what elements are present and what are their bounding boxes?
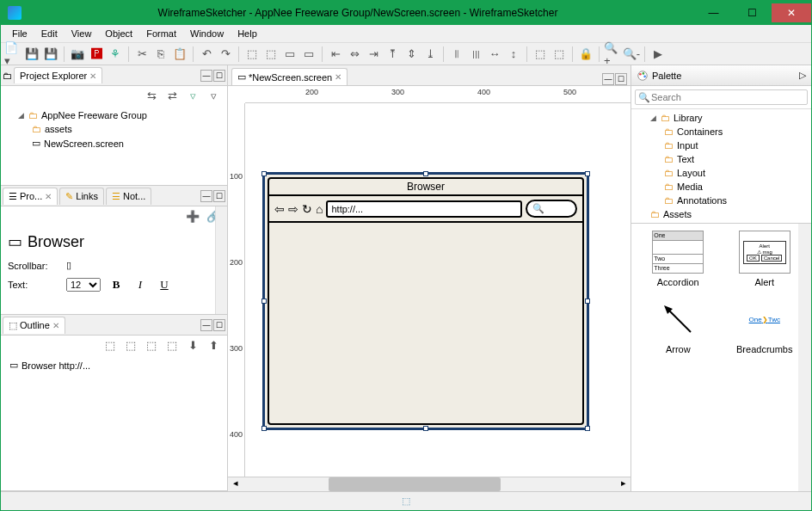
underline-button[interactable]: U bbox=[156, 276, 173, 293]
tree-root[interactable]: ◢ 🗀 AppNee Freeware Group bbox=[6, 108, 222, 122]
presentation-button[interactable]: ▶ bbox=[649, 46, 667, 63]
bring-front-button[interactable]: ▭ bbox=[281, 46, 298, 63]
send-back-button[interactable]: ▭ bbox=[300, 46, 317, 63]
palette-item-accordion[interactable]: One Two Three Accordion bbox=[638, 231, 718, 287]
redo-button[interactable]: ↷ bbox=[217, 46, 234, 63]
menu-object[interactable]: Object bbox=[98, 27, 139, 40]
resize-handle[interactable] bbox=[585, 299, 590, 304]
menu-format[interactable]: Format bbox=[139, 27, 183, 40]
pane-maximize-icon[interactable]: ☐ bbox=[213, 70, 225, 82]
cut-button[interactable]: ✂ bbox=[133, 46, 151, 63]
select-button[interactable]: ⬚ bbox=[532, 46, 549, 63]
scrollbar-value-icon[interactable]: ▯ bbox=[66, 260, 71, 271]
close-icon[interactable]: ✕ bbox=[52, 321, 59, 330]
add-icon[interactable]: ➕ bbox=[184, 207, 201, 225]
font-size-select[interactable]: 12 bbox=[66, 278, 101, 292]
italic-button[interactable]: I bbox=[132, 276, 149, 293]
view-menu-icon[interactable]: ▿ bbox=[205, 87, 222, 104]
zoom-in-button[interactable]: 🔍+ bbox=[604, 46, 621, 63]
palette-library[interactable]: ◢ 🗀 Library bbox=[635, 111, 808, 125]
close-icon[interactable]: ✕ bbox=[335, 72, 341, 82]
browser-widget[interactable]: Browser ⇦ ⇨ ↻ ⌂ http://... 🔍 bbox=[262, 172, 589, 430]
pane-minimize-icon[interactable]: — bbox=[200, 190, 212, 202]
resize-handle[interactable] bbox=[585, 426, 590, 431]
space-h-button[interactable]: ↔ bbox=[486, 46, 503, 63]
palette-cat-annotations[interactable]: 🗀Annotations bbox=[635, 194, 808, 207]
zoom-out-button[interactable]: 🔍- bbox=[623, 46, 640, 63]
perspective-icon[interactable]: ⬚ bbox=[402, 496, 410, 507]
scrollbar[interactable] bbox=[215, 206, 227, 314]
space-v-button[interactable]: ↕ bbox=[505, 46, 522, 63]
group-button[interactable]: ⬚ bbox=[243, 46, 261, 63]
crop-button[interactable]: ⬚ bbox=[551, 46, 568, 63]
align-left-button[interactable]: ⇤ bbox=[327, 46, 344, 63]
palette-collapse-icon[interactable]: ▷ bbox=[799, 70, 806, 81]
menu-window[interactable]: Window bbox=[183, 27, 231, 40]
resize-handle[interactable] bbox=[261, 171, 267, 176]
twisty-icon[interactable]: ◢ bbox=[650, 114, 657, 122]
menu-edit[interactable]: Edit bbox=[34, 27, 65, 40]
save-button[interactable]: 💾 bbox=[23, 46, 40, 63]
align-center-button[interactable]: ⇔ bbox=[346, 46, 363, 63]
palette-assets[interactable]: 🗀 Assets bbox=[635, 207, 808, 221]
palette-cat-containers[interactable]: 🗀Containers bbox=[635, 125, 808, 139]
outline-crop-icon[interactable]: ⬚ bbox=[163, 336, 181, 354]
filter-icon[interactable]: ▿ bbox=[184, 87, 201, 104]
canvas[interactable]: Browser ⇦ ⇨ ↻ ⌂ http://... 🔍 bbox=[245, 103, 631, 477]
share-button[interactable]: ⚘ bbox=[107, 46, 124, 63]
tree-item-assets[interactable]: 🗀 assets bbox=[6, 122, 222, 136]
outline-group-icon[interactable]: ⬚ bbox=[102, 336, 119, 354]
save-all-button[interactable]: 💾 bbox=[42, 46, 59, 63]
distribute-v-button[interactable]: ⫼ bbox=[467, 46, 484, 63]
outline-select-icon[interactable]: ⬚ bbox=[143, 336, 160, 354]
resize-handle[interactable] bbox=[585, 171, 590, 176]
maximize-button[interactable]: ☐ bbox=[733, 3, 772, 22]
tab-notes[interactable]: ☰ Not... bbox=[106, 188, 151, 205]
lock-button[interactable]: 🔒 bbox=[577, 46, 594, 63]
resize-handle[interactable] bbox=[261, 299, 267, 304]
minimize-button[interactable]: — bbox=[694, 3, 733, 22]
tab-properties[interactable]: ☰ Pro... ✕ bbox=[3, 188, 58, 205]
resize-handle[interactable] bbox=[423, 171, 428, 176]
pane-minimize-icon[interactable]: — bbox=[602, 73, 614, 85]
menu-help[interactable]: Help bbox=[231, 27, 264, 40]
export-pdf-button[interactable]: 🅿 bbox=[88, 46, 105, 63]
scrollbar-thumb[interactable] bbox=[329, 477, 501, 491]
menu-view[interactable]: View bbox=[65, 27, 99, 40]
pane-maximize-icon[interactable]: ☐ bbox=[213, 319, 225, 331]
pane-minimize-icon[interactable]: — bbox=[200, 319, 212, 331]
pane-minimize-icon[interactable]: — bbox=[200, 70, 212, 82]
palette-item-alert[interactable]: Alert⚠ msg OKCancel Alert bbox=[725, 231, 805, 287]
close-button[interactable]: ✕ bbox=[772, 3, 811, 22]
resize-handle[interactable] bbox=[261, 426, 267, 431]
ungroup-button[interactable]: ⬚ bbox=[262, 46, 280, 63]
new-dropdown-button[interactable]: 📄▾ bbox=[4, 46, 22, 63]
editor-tab[interactable]: ▭ *NewScreen.screen ✕ bbox=[231, 68, 348, 85]
resize-handle[interactable] bbox=[423, 426, 428, 431]
tab-outline[interactable]: ⬚ Outline ✕ bbox=[3, 317, 65, 334]
tab-links[interactable]: ✎ Links bbox=[59, 188, 104, 205]
align-middle-button[interactable]: ⇕ bbox=[403, 46, 420, 63]
copy-button[interactable]: ⎘ bbox=[152, 46, 169, 63]
align-bottom-button[interactable]: ⤓ bbox=[421, 46, 439, 63]
undo-button[interactable]: ↶ bbox=[198, 46, 215, 63]
collapse-all-icon[interactable]: ⇆ bbox=[143, 87, 160, 104]
outline-ungroup-icon[interactable]: ⬚ bbox=[122, 336, 139, 354]
palette-cat-text[interactable]: 🗀Text bbox=[635, 152, 808, 166]
outline-item[interactable]: ▭ Browser http://... bbox=[6, 358, 222, 372]
camera-button[interactable]: 📷 bbox=[69, 46, 86, 63]
link-editor-icon[interactable]: ⇄ bbox=[163, 87, 181, 104]
outline-up-icon[interactable]: ⬆ bbox=[205, 336, 222, 354]
distribute-h-button[interactable]: ⫴ bbox=[448, 46, 465, 63]
align-top-button[interactable]: ⤒ bbox=[384, 46, 401, 63]
outline-down-icon[interactable]: ⬇ bbox=[184, 336, 201, 354]
tree-item-screen[interactable]: ▭ NewScreen.screen bbox=[6, 136, 222, 151]
tab-project-explorer[interactable]: Project Explorer ✕ bbox=[14, 67, 102, 83]
align-right-button[interactable]: ⇥ bbox=[365, 46, 382, 63]
scroll-right-icon[interactable]: ▸ bbox=[616, 477, 631, 491]
palette-cat-input[interactable]: 🗀Input bbox=[635, 139, 808, 152]
palette-cat-media[interactable]: 🗀Media bbox=[635, 180, 808, 194]
pane-maximize-icon[interactable]: ☐ bbox=[615, 73, 627, 85]
close-icon[interactable]: ✕ bbox=[89, 71, 96, 81]
scroll-left-icon[interactable]: ◂ bbox=[228, 477, 243, 491]
